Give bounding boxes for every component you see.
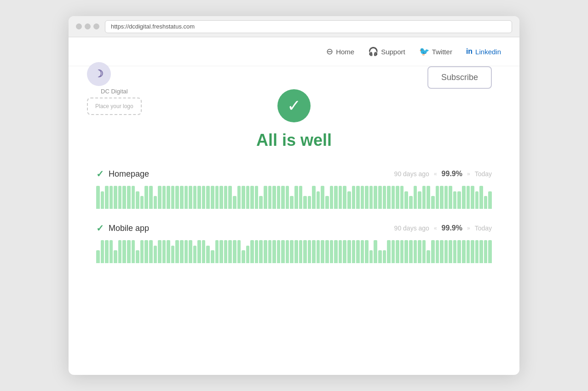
bar-item: [440, 240, 444, 263]
bar-item: [374, 240, 377, 263]
bar-item: [268, 240, 272, 263]
bar-item: [453, 191, 457, 209]
bar-item: [246, 186, 250, 209]
bar-item: [281, 240, 285, 263]
service-header-homepage: ✓ Homepage 90 days ago « 99.9% » Today: [96, 168, 492, 179]
bar-item: [167, 240, 170, 263]
bar-item: [250, 240, 254, 263]
bar-item: [396, 240, 399, 263]
bar-item: [392, 186, 395, 209]
bar-item: [365, 240, 369, 263]
uptime-mobile: 99.9%: [442, 224, 462, 232]
bar-item: [246, 246, 250, 263]
bar-item: [250, 186, 254, 209]
bar-item: [264, 186, 267, 209]
nav-support-label: Support: [381, 48, 405, 56]
bar-item: [303, 240, 307, 263]
bar-item: [457, 191, 461, 209]
bar-item: [383, 186, 386, 209]
bar-item: [404, 191, 408, 209]
bar-item: [475, 191, 479, 209]
bar-item: [105, 240, 109, 263]
main-content: Subscribe ✓ All is well ✓ Homepage 90 da…: [69, 66, 519, 295]
bar-item: [404, 240, 408, 263]
browser-window: https://dcdigital.freshstatus.com ⊖ Home…: [69, 16, 519, 375]
address-bar[interactable]: https://dcdigital.freshstatus.com: [105, 20, 512, 33]
bar-item: [467, 186, 470, 209]
nav-twitter-label: Twitter: [432, 48, 452, 56]
bar-item: [140, 240, 144, 263]
bar-item: [400, 186, 404, 209]
bar-item: [334, 240, 338, 263]
bar-item: [352, 186, 356, 209]
days-ago-label-mobile: 90 days ago: [394, 224, 429, 232]
bar-item: [211, 186, 214, 209]
bar-item: [184, 186, 188, 209]
bar-item: [149, 186, 153, 209]
nav-linkedin[interactable]: in Linkedin: [466, 47, 501, 56]
bar-item: [228, 240, 232, 263]
maximize-dot: [93, 23, 99, 29]
chevron-right-icon: »: [467, 171, 470, 177]
bar-item: [255, 240, 259, 263]
bar-item: [387, 186, 391, 209]
bar-item: [479, 186, 483, 209]
bar-item: [189, 240, 192, 263]
bar-item: [321, 186, 324, 209]
bar-item: [467, 240, 470, 263]
nav-home[interactable]: ⊖ Home: [326, 46, 354, 57]
bar-item: [224, 186, 228, 209]
chevron-right-icon-mobile: »: [467, 225, 470, 231]
bar-item: [136, 191, 139, 209]
bar-item: [299, 240, 303, 263]
bar-item: [242, 250, 245, 263]
bar-item: [175, 240, 179, 263]
bar-item: [484, 196, 488, 209]
bar-item: [272, 240, 276, 263]
minimize-dot: [85, 23, 91, 29]
today-label-mobile: Today: [475, 224, 492, 232]
bar-item: [325, 240, 329, 263]
bar-item: [175, 186, 179, 209]
subscribe-button[interactable]: Subscribe: [427, 66, 492, 89]
service-row-mobile: ✓ Mobile app 90 days ago « 99.9% » Today: [96, 223, 492, 263]
bar-item: [154, 246, 157, 263]
bar-item: [374, 186, 377, 209]
bar-item: [418, 240, 421, 263]
bar-item: [457, 240, 461, 263]
bar-item: [193, 186, 197, 209]
bar-item: [488, 191, 492, 209]
bar-item: [356, 240, 360, 263]
bar-item: [444, 240, 448, 263]
nav-support[interactable]: 🎧 Support: [368, 46, 405, 57]
bar-item: [400, 240, 404, 263]
bar-item: [449, 240, 452, 263]
bar-item: [339, 240, 342, 263]
bar-item: [286, 240, 289, 263]
bar-item: [361, 240, 364, 263]
bar-item: [193, 246, 197, 263]
bar-item: [444, 186, 448, 209]
bar-item: [392, 240, 395, 263]
bar-item: [308, 240, 311, 263]
bar-item: [281, 186, 285, 209]
bar-item: [158, 240, 161, 263]
close-dot: [76, 23, 82, 29]
bar-item: [369, 250, 373, 263]
bar-item: [277, 240, 281, 263]
bar-item: [339, 186, 342, 209]
bar-item: [422, 240, 426, 263]
bar-item: [317, 191, 320, 209]
bar-item: [436, 186, 439, 209]
bar-item: [440, 186, 444, 209]
bar-item: [268, 186, 272, 209]
nav-twitter[interactable]: 🐦 Twitter: [419, 46, 452, 57]
service-check-mobile: ✓: [96, 223, 104, 234]
bar-item: [215, 186, 219, 209]
bar-item: [325, 196, 329, 209]
bar-item: [449, 186, 452, 209]
bar-item: [414, 186, 417, 209]
bar-item: [228, 186, 232, 209]
bar-item: [317, 240, 320, 263]
bar-item: [101, 191, 104, 209]
